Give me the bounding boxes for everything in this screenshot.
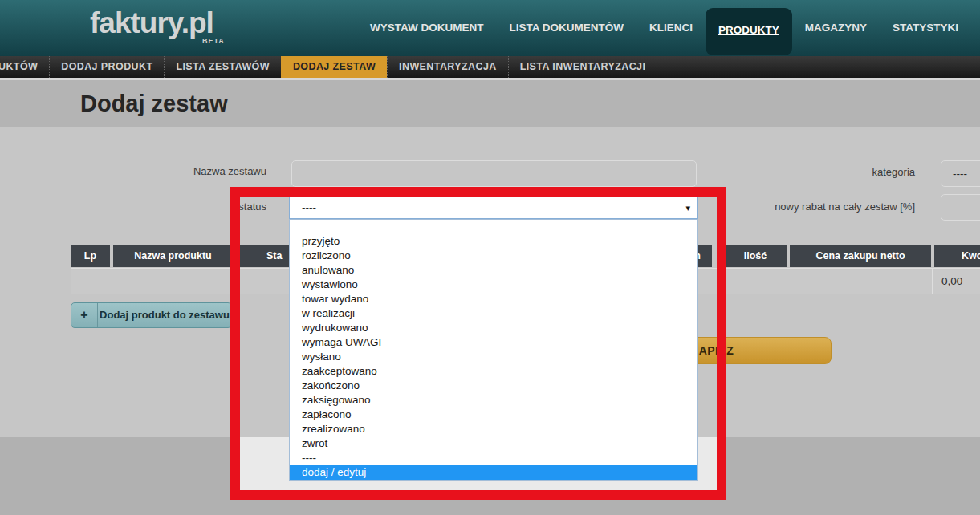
dropdown-option[interactable]: wydrukowano: [290, 321, 697, 335]
nav-lista-dokumentow[interactable]: LISTA DOKUMENTÓW: [497, 0, 636, 56]
table-header-lp: Lp: [71, 245, 110, 267]
dropdown-option[interactable]: zrealizowano: [290, 422, 697, 436]
add-product-label: Dodaj produkt do zestawu: [98, 303, 231, 327]
nav-ustawienia[interactable]: USTA: [971, 0, 980, 56]
kategoria-select[interactable]: ----: [941, 160, 980, 187]
kwota-cell: 0,00: [941, 269, 962, 294]
dropdown-option-empty[interactable]: [290, 220, 697, 234]
subnav-inwentaryzacja[interactable]: INWENTARYZACJA: [387, 56, 508, 78]
rabat-input[interactable]: [941, 194, 980, 221]
table-header-nazwa-produktu: Nazwa produktu: [113, 245, 233, 267]
dropdown-option[interactable]: towar wydano: [290, 292, 697, 306]
subnav-dodaj-produkt[interactable]: DODAJ PRODUKT: [49, 56, 164, 78]
table-header-cena-zakupu-netto: Cena zakupu netto: [790, 245, 931, 267]
nav-statystyki[interactable]: STATYSTYKI: [880, 0, 971, 56]
top-nav: WYSTAW DOKUMENT LISTA DOKUMENTÓW KLIENCI…: [357, 0, 980, 56]
dropdown-option[interactable]: zwrot: [290, 436, 697, 451]
dropdown-option[interactable]: zaakceptowano: [290, 364, 697, 379]
dropdown-option[interactable]: rozliczono: [290, 249, 697, 263]
beta-badge: BETA: [202, 37, 225, 45]
top-navbar: faktury.pl BETA WYSTAW DOKUMENT LISTA DO…: [0, 0, 980, 56]
subnav-lista-zestawow[interactable]: LISTA ZESTAWÓW: [164, 56, 280, 78]
status-dropdown-panel: przyjęto rozliczono anulowano wystawiono…: [289, 219, 698, 481]
table-header-ilosc: Ilość: [724, 245, 787, 267]
dropdown-option[interactable]: w realizacji: [290, 306, 697, 321]
nazwa-zestawu-label: Nazwa zestawu: [106, 165, 266, 177]
dropdown-option[interactable]: wymaga UWAGI: [290, 335, 697, 350]
chevron-down-icon: ▾: [685, 197, 690, 218]
status-select[interactable]: ---- ▾: [289, 197, 698, 219]
logo[interactable]: faktury.pl BETA: [90, 6, 213, 40]
subnav-dodaj-zestaw[interactable]: DODAJ ZESTAW: [281, 56, 387, 78]
rabat-label: nowy rabat na cały zestaw [%]: [754, 201, 915, 213]
status-select-value: ----: [302, 201, 316, 213]
nav-klienci[interactable]: KLIENCI: [636, 0, 706, 56]
status-label: status: [106, 201, 266, 213]
title-band: Dodaj zestaw: [0, 80, 980, 127]
subnav-lista-inwentaryzacji[interactable]: LISTA INWENTARYZACJI: [508, 56, 657, 78]
nazwa-zestawu-input[interactable]: [291, 160, 697, 187]
dropdown-option[interactable]: przyjęto: [290, 234, 697, 249]
dropdown-option[interactable]: zapłacono: [290, 408, 697, 422]
subnav-lista-produktow[interactable]: UKTÓW: [0, 56, 49, 78]
nav-wystaw-dokument[interactable]: WYSTAW DOKUMENT: [357, 0, 497, 56]
dropdown-option[interactable]: zakończono: [290, 379, 697, 393]
sub-navbar: UKTÓW DODAJ PRODUKT LISTA ZESTAWÓW DODAJ…: [0, 56, 980, 78]
dropdown-option[interactable]: ----: [290, 451, 697, 465]
nav-produkty[interactable]: PRODUKTY: [706, 8, 792, 55]
page-title: Dodaj zestaw: [80, 80, 228, 127]
dropdown-option[interactable]: anulowano: [290, 263, 697, 278]
kategoria-label: kategoria: [754, 166, 915, 178]
row-cell-divider: [932, 269, 933, 294]
app-root: faktury.pl BETA WYSTAW DOKUMENT LISTA DO…: [0, 0, 980, 515]
nav-magazyny[interactable]: MAGAZYNY: [792, 0, 880, 56]
dropdown-option[interactable]: zaksięgowano: [290, 393, 697, 408]
add-product-button[interactable]: + Dodaj produkt do zestawu: [71, 302, 232, 328]
dropdown-option-highlighted[interactable]: dodaj / edytuj: [290, 465, 697, 480]
dropdown-option[interactable]: wystawiono: [290, 278, 697, 292]
plus-icon: +: [71, 303, 98, 327]
logo-text: faktury.pl: [90, 6, 213, 39]
dropdown-option[interactable]: wysłano: [290, 350, 697, 364]
table-header-kwota-truncated: Kwo: [934, 245, 980, 267]
